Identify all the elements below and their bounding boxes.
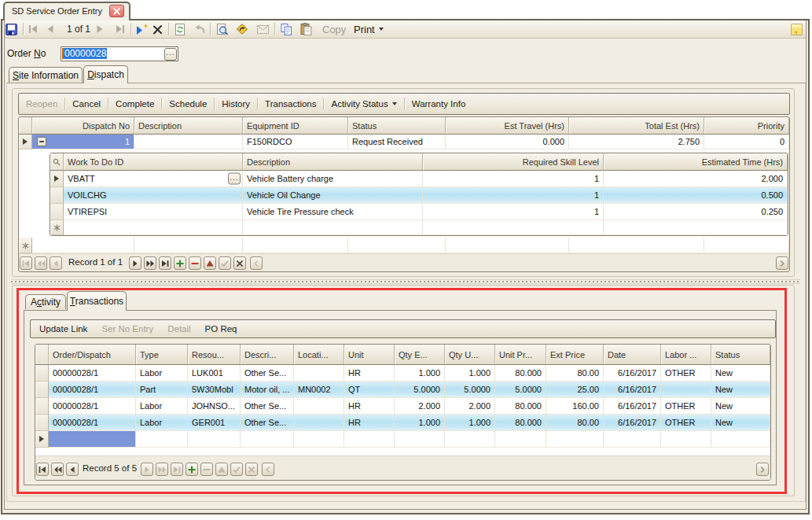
cell-order_dispatch[interactable]: 00000028/1 — [49, 365, 136, 382]
cell-description[interactable]: Vehicle Tire Pressure check — [243, 204, 423, 220]
cell-type[interactable]: Labor — [136, 365, 188, 382]
cell-qty_u[interactable]: 1.000 — [445, 415, 495, 431]
column-header-unit_pr[interactable]: Unit Pr... — [495, 345, 546, 365]
column-header-description[interactable]: Description — [134, 117, 243, 135]
nav-first-button[interactable] — [20, 256, 32, 270]
cell-status[interactable]: Request Received — [348, 135, 446, 149]
nav-next-button[interactable] — [129, 256, 141, 270]
close-icon[interactable] — [109, 5, 124, 17]
column-header-description[interactable]: Description — [243, 153, 423, 171]
row-selector[interactable] — [50, 187, 64, 204]
cell-empty[interactable] — [243, 238, 348, 253]
column-header-priority[interactable]: Priority — [704, 117, 789, 135]
cell-skill[interactable]: 1 — [423, 171, 604, 187]
cell-description[interactable] — [241, 431, 294, 448]
row-selector[interactable] — [35, 415, 49, 431]
cell-resource[interactable] — [188, 431, 241, 448]
schedule-button[interactable]: Schedule — [162, 94, 214, 114]
cell-unit_pr[interactable]: 80.000 — [495, 365, 546, 382]
print-button[interactable]: Print — [354, 20, 384, 38]
column-header-status[interactable]: Status — [348, 117, 446, 135]
column-header-resource[interactable]: Resou... — [188, 345, 241, 365]
transactions-button[interactable]: Transactions — [258, 94, 323, 114]
cell-location[interactable] — [294, 431, 344, 448]
cell-type[interactable]: Labor — [136, 398, 188, 415]
cell-description[interactable]: Vehicle Oil Change — [243, 187, 423, 204]
row-selector[interactable] — [50, 171, 64, 187]
nav-scroll-right-button[interactable] — [756, 463, 769, 476]
cell-empty[interactable] — [446, 238, 569, 253]
cell-description[interactable]: Motor oil, ... — [241, 382, 294, 398]
cell-status[interactable]: New — [711, 415, 770, 431]
column-header-labor[interactable]: Labor ... — [661, 345, 711, 365]
order-no-finder-button[interactable]: ... — [164, 48, 177, 61]
po-req-button[interactable]: PO Req — [198, 320, 244, 337]
cell-order_dispatch[interactable]: 00000028/1 — [49, 415, 136, 431]
cell-unit[interactable]: HR — [344, 415, 395, 431]
cell-empty[interactable] — [134, 238, 243, 253]
cell-work_id[interactable]: VTIREPSI — [64, 204, 243, 220]
cell-skill[interactable] — [423, 220, 604, 235]
splitter-handle[interactable] — [11, 279, 800, 284]
nav-accept-button[interactable] — [219, 256, 231, 270]
nav-fast-next-button[interactable] — [144, 256, 156, 270]
cell-skill[interactable]: 1 — [423, 204, 604, 220]
nav-up-button[interactable] — [204, 256, 216, 270]
cell-qty_e[interactable]: 5.0000 — [395, 382, 445, 398]
tab-site-information[interactable]: Site Information — [9, 67, 83, 83]
paste-icon[interactable] — [300, 20, 312, 38]
cell-ext_price[interactable]: 80.00 — [546, 415, 604, 431]
cell-empty[interactable] — [348, 238, 446, 253]
cell-unit_pr[interactable]: 80.000 — [495, 398, 546, 415]
cell-date[interactable]: 6/16/2017 — [604, 382, 661, 398]
ser-no-entry-button[interactable]: Ser No Entry — [94, 320, 160, 337]
cell-date[interactable]: 6/16/2017 — [604, 365, 661, 382]
cancel-button[interactable]: Cancel — [65, 94, 108, 114]
row-selector[interactable] — [19, 238, 32, 253]
undo-icon[interactable] — [194, 20, 205, 38]
cell-skill[interactable]: 1 — [423, 187, 604, 204]
cell-labor[interactable] — [661, 431, 711, 448]
cell-unit[interactable]: QT — [344, 382, 395, 398]
collapse-icon[interactable] — [37, 137, 46, 146]
cell-total_est[interactable]: 2.750 — [569, 135, 704, 149]
cell-empty[interactable] — [32, 238, 134, 253]
row-selector[interactable] — [50, 220, 64, 235]
row-selector[interactable] — [50, 204, 64, 220]
history-button[interactable]: History — [215, 94, 257, 114]
row-selector[interactable] — [19, 135, 32, 149]
cell-order_dispatch[interactable] — [49, 431, 136, 448]
nav-last-button[interactable] — [159, 256, 171, 270]
cell-time[interactable]: 0.500 — [604, 187, 788, 204]
cell-date[interactable] — [604, 431, 661, 448]
row-selector[interactable] — [35, 365, 49, 382]
cell-empty[interactable] — [704, 238, 789, 253]
cell-unit[interactable]: HR — [344, 398, 395, 415]
cell-qty_e[interactable]: 2.000 — [395, 398, 445, 415]
column-header-type[interactable]: Type — [136, 345, 188, 365]
nav-fast-next-button[interactable] — [156, 463, 168, 476]
cell-labor[interactable]: OTHER — [661, 365, 711, 382]
cell-qty_e[interactable] — [395, 431, 445, 448]
drilldown-icon[interactable] — [236, 20, 248, 38]
cell-ext_price[interactable]: 160.00 — [546, 398, 604, 415]
tab-dispatch[interactable]: Dispatch — [83, 65, 128, 83]
cell-unit_pr[interactable] — [495, 431, 546, 448]
cell-resource[interactable]: GER001 — [188, 415, 241, 431]
nav-add-button[interactable] — [174, 256, 186, 270]
cell-work_id[interactable] — [64, 220, 243, 235]
cell-location[interactable] — [294, 415, 344, 431]
tab-transactions[interactable]: Transactions — [67, 291, 127, 311]
cell-description[interactable] — [134, 135, 243, 149]
previous-record-icon[interactable] — [46, 20, 54, 38]
nav-up-button[interactable] — [215, 463, 228, 476]
nav-fast-prev-button[interactable] — [35, 256, 47, 270]
cell-work_id[interactable]: VBATT... — [64, 171, 243, 187]
complete-button[interactable]: Complete — [108, 94, 161, 114]
cell-ext_price[interactable] — [546, 431, 604, 448]
save-icon[interactable] — [6, 20, 17, 38]
cell-est_travel[interactable]: 0.000 — [446, 135, 569, 149]
cell-priority[interactable]: 0 — [704, 135, 789, 149]
cell-order_dispatch[interactable]: 00000028/1 — [49, 382, 136, 398]
column-header-status[interactable]: Status — [711, 345, 770, 365]
